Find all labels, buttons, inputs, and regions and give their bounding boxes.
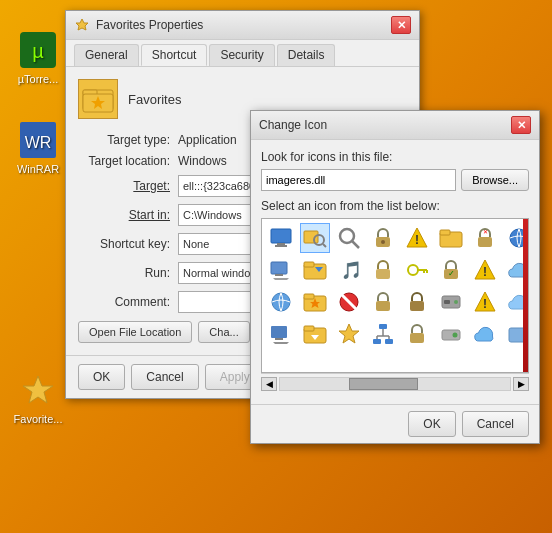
svg-text:!: ! bbox=[483, 265, 487, 279]
icon-cell-network[interactable] bbox=[368, 319, 398, 349]
svg-rect-63 bbox=[379, 324, 387, 329]
icon-cell-magnify[interactable] bbox=[334, 223, 364, 253]
icon-cell-folder-star[interactable] bbox=[300, 287, 330, 317]
icon-cell-warning1[interactable]: ! bbox=[402, 223, 432, 253]
scroll-left-button[interactable]: ◀ bbox=[261, 377, 277, 391]
icon-cell-lock2[interactable]: ✕ bbox=[470, 223, 500, 253]
svg-rect-45 bbox=[304, 294, 314, 299]
open-file-location-button[interactable]: Open File Location bbox=[78, 321, 192, 343]
svg-point-53 bbox=[454, 300, 458, 304]
svg-rect-60 bbox=[304, 326, 314, 331]
icon-cell-monitor[interactable] bbox=[266, 223, 296, 253]
icon-cell-lock4[interactable] bbox=[368, 287, 398, 317]
target-type-value: Application bbox=[178, 133, 237, 147]
svg-rect-52 bbox=[444, 300, 450, 304]
favorites-ok-button[interactable]: OK bbox=[78, 364, 125, 390]
scrollbar-row: ◀ ▶ bbox=[261, 373, 529, 394]
desktop-icon-utorrent[interactable]: µ µTorre... bbox=[8, 30, 68, 85]
icon-cell-cloud3[interactable] bbox=[470, 319, 500, 349]
icon-cell-pc-blue[interactable] bbox=[266, 255, 296, 285]
icon-cell-globe2[interactable] bbox=[266, 287, 296, 317]
change-icon-titlebar: Change Icon ✕ bbox=[251, 111, 539, 140]
svg-text:🎵: 🎵 bbox=[341, 260, 361, 281]
file-input[interactable] bbox=[261, 169, 456, 191]
tabs-row: General Shortcut Security Details bbox=[66, 40, 419, 67]
target-location-label: Target location: bbox=[78, 154, 178, 168]
run-label: Run: bbox=[78, 266, 178, 280]
svg-marker-58 bbox=[273, 342, 289, 344]
file-row: Browse... bbox=[261, 169, 529, 191]
icon-grid: ! ✕ 🎵 bbox=[262, 219, 528, 353]
icon-cell-lock-check[interactable]: ✓ bbox=[436, 255, 466, 285]
favorites-label: Favorites bbox=[128, 92, 181, 107]
svg-marker-62 bbox=[339, 324, 359, 343]
tab-shortcut[interactable]: Shortcut bbox=[141, 44, 208, 66]
svg-rect-24 bbox=[478, 237, 492, 247]
change-icon-content: Look for icons in this file: Browse... S… bbox=[251, 140, 539, 404]
target-location-value: Windows bbox=[178, 154, 227, 168]
icon-cell-warning2[interactable]: ! bbox=[470, 255, 500, 285]
favorites-cancel-button[interactable]: Cancel bbox=[131, 364, 198, 390]
change-icon-cancel-button[interactable]: Cancel bbox=[462, 411, 529, 437]
icon-cell-lock3[interactable] bbox=[368, 255, 398, 285]
change-icon-ok-button[interactable]: OK bbox=[408, 411, 455, 437]
favorites-dialog-titlebar: Favorites Properties ✕ bbox=[66, 11, 419, 40]
svg-marker-4 bbox=[23, 376, 53, 403]
comment-label: Comment: bbox=[78, 295, 178, 309]
svg-rect-12 bbox=[275, 245, 287, 247]
svg-rect-64 bbox=[373, 339, 381, 344]
svg-text:✕: ✕ bbox=[483, 229, 488, 235]
look-for-label: Look for icons in this file: bbox=[261, 150, 529, 164]
shortcut-key-label: Shortcut key: bbox=[78, 237, 178, 251]
svg-rect-11 bbox=[277, 243, 285, 245]
favorites-desktop-icon bbox=[18, 370, 58, 410]
icon-cell-drive[interactable] bbox=[436, 287, 466, 317]
target-label: Target: bbox=[78, 179, 178, 193]
icon-cell-no-symbol[interactable] bbox=[334, 287, 364, 317]
icon-cell-pc2[interactable] bbox=[266, 319, 296, 349]
icon-cell-folder-arrow[interactable] bbox=[300, 255, 330, 285]
icon-cell-music[interactable]: 🎵 bbox=[334, 255, 364, 285]
scroll-right-button[interactable]: ▶ bbox=[513, 377, 529, 391]
svg-text:✓: ✓ bbox=[448, 269, 455, 278]
change-icon-small-button[interactable]: Cha... bbox=[198, 321, 249, 343]
favorites-title-icon bbox=[74, 17, 90, 33]
browse-button[interactable]: Browse... bbox=[461, 169, 529, 191]
svg-point-19 bbox=[381, 240, 385, 244]
desktop-icon-winrar[interactable]: WR WinRAR bbox=[8, 120, 68, 175]
svg-rect-65 bbox=[385, 339, 393, 344]
winrar-icon: WR bbox=[18, 120, 58, 160]
favorites-folder-icon bbox=[78, 79, 118, 119]
change-icon-title: Change Icon bbox=[259, 118, 327, 132]
tab-security[interactable]: Security bbox=[209, 44, 274, 66]
tab-details[interactable]: Details bbox=[277, 44, 336, 66]
icon-cell-folder-yellow[interactable] bbox=[436, 223, 466, 253]
select-icon-label: Select an icon from the list below: bbox=[261, 199, 529, 213]
svg-text:!: ! bbox=[483, 297, 487, 311]
icon-cell-lock1[interactable] bbox=[368, 223, 398, 253]
icon-cell-folder-search[interactable] bbox=[300, 223, 330, 253]
icon-cell-lock5[interactable] bbox=[402, 287, 432, 317]
tab-general[interactable]: General bbox=[74, 44, 139, 66]
scrollbar-track[interactable] bbox=[279, 377, 511, 391]
icon-cell-folder-up[interactable] bbox=[300, 319, 330, 349]
svg-rect-70 bbox=[410, 333, 424, 343]
svg-rect-28 bbox=[275, 274, 283, 276]
favorites-desktop-label: Favorite... bbox=[14, 413, 63, 425]
icon-cell-key[interactable] bbox=[402, 255, 432, 285]
icon-cell-warning3[interactable]: ! bbox=[470, 287, 500, 317]
svg-rect-56 bbox=[271, 326, 287, 338]
change-icon-close-button[interactable]: ✕ bbox=[511, 116, 531, 134]
desktop-icon-favorites[interactable]: Favorite... bbox=[8, 370, 68, 425]
svg-marker-29 bbox=[273, 278, 289, 280]
scrollbar-thumb bbox=[349, 378, 418, 390]
favorites-dialog-title: Favorites Properties bbox=[96, 18, 203, 32]
icon-cell-star-big[interactable] bbox=[334, 319, 364, 349]
favorites-dialog-close-button[interactable]: ✕ bbox=[391, 16, 411, 34]
svg-rect-57 bbox=[275, 338, 283, 340]
change-icon-dialog: Change Icon ✕ Look for icons in this fil… bbox=[250, 110, 540, 444]
icon-grid-container: ! ✕ 🎵 bbox=[261, 218, 529, 373]
svg-rect-27 bbox=[271, 262, 287, 274]
icon-cell-lock6[interactable] bbox=[402, 319, 432, 349]
icon-cell-drive2[interactable] bbox=[436, 319, 466, 349]
